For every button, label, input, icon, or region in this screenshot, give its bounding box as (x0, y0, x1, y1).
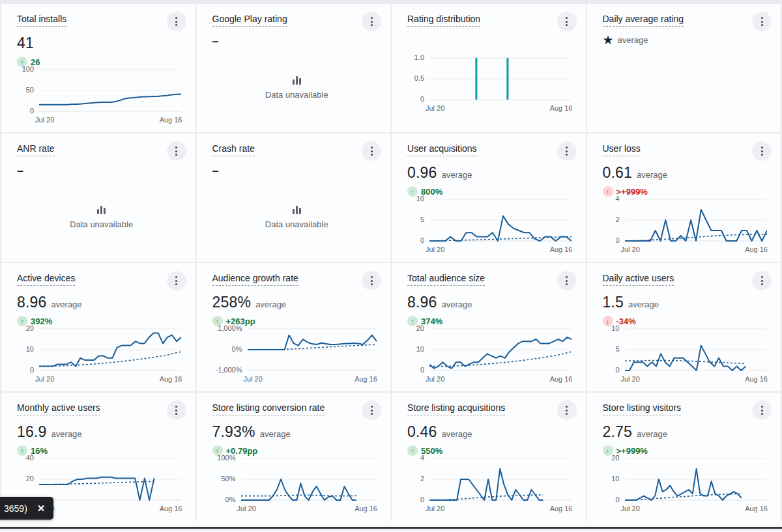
more-options-button[interactable] (362, 400, 381, 420)
card-title-google-play-rating[interactable]: Google Play rating (212, 13, 287, 27)
more-options-button[interactable] (167, 12, 186, 31)
card-user-loss: User loss 0.61average ↑ >+999% 420Jul 20… (587, 133, 781, 262)
change-badge: ↑ >+999% (603, 186, 772, 197)
store-listing-acquisitions-chart[interactable]: 420Jul 20Aug 16 (407, 456, 577, 516)
more-options-button[interactable] (362, 271, 381, 290)
card-title-total-installs[interactable]: Total installs (17, 13, 66, 27)
card-store-listing-acquisitions: Store listing acquisitions 0.46average ↑… (392, 393, 586, 521)
card-store-listing-conversion-rate: Store listing conversion rate 7.93%avera… (197, 393, 391, 521)
metric-value: 16.9average (17, 423, 186, 441)
card-store-listing-visitors: Store listing visitors 2.75average ↑ >+9… (587, 393, 781, 521)
data-unavailable-message: Data unavailable (70, 206, 133, 229)
daily-active-users-chart[interactable]: 1050Jul 20Aug 16 (603, 326, 772, 386)
average-label: average (618, 35, 648, 45)
user-loss-chart[interactable]: 420Jul 20Aug 16 (603, 197, 772, 257)
data-unavailable-label: Data unavailable (70, 219, 133, 229)
change-value: >+999% (616, 187, 648, 197)
card-user-acquisitions: User acquisitions 0.96average ↑ 800% 105… (392, 133, 586, 262)
audience-growth-rate-chart[interactable]: 1,000%0%-1,000%Jul 20Aug 16 (212, 326, 382, 386)
store-listing-conversion-rate-chart[interactable]: 100%50%0%Jul 20Aug 16 (212, 456, 382, 516)
more-options-button[interactable] (557, 12, 577, 31)
change-value: >+999% (616, 446, 648, 456)
card-title-store-listing-conversion-rate[interactable]: Store listing conversion rate (212, 402, 325, 415)
metric-value: 8.96average (407, 294, 577, 311)
bottom-strip (0, 521, 782, 532)
more-options-button[interactable] (167, 271, 186, 290)
change-badge: ↑ 374% (407, 316, 577, 326)
card-google-play-rating: Google Play rating – Data unavailable (197, 4, 391, 132)
card-title-audience-growth-rate[interactable]: Audience growth rate (212, 272, 298, 286)
more-options-button[interactable] (752, 400, 772, 420)
card-title-active-devices[interactable]: Active devices (17, 272, 75, 286)
more-options-button[interactable] (362, 141, 381, 161)
more-options-button[interactable] (167, 400, 186, 420)
card-total-audience-size: Total audience size 8.96average ↑ 374% 2… (392, 263, 586, 391)
total-audience-size-chart[interactable]: 20100Jul 20Aug 16 (407, 326, 577, 386)
snackbar-message: 3659) (4, 503, 27, 514)
close-icon[interactable]: ✕ (37, 503, 46, 513)
more-options-button[interactable] (752, 271, 772, 290)
card-crash-rate: Crash rate – Data unavailable (197, 133, 391, 262)
rating-distribution-chart[interactable]: 1.00.50Jul 20Aug 16 (407, 55, 577, 115)
card-title-store-listing-visitors[interactable]: Store listing visitors (603, 402, 682, 415)
more-options-button[interactable] (752, 141, 772, 161)
active-devices-chart[interactable]: 20100Jul 20Aug 16 (17, 326, 186, 386)
metric-value: – (212, 164, 382, 178)
more-options-button[interactable] (557, 400, 577, 420)
metric-value: 1.5average (603, 294, 772, 311)
data-unavailable-label: Data unavailable (265, 219, 328, 229)
more-options-button[interactable] (362, 12, 381, 31)
change-badge: ↑ 26 (17, 57, 186, 67)
card-title-total-audience-size[interactable]: Total audience size (407, 272, 485, 286)
change-badge: ↑ 800% (407, 186, 577, 197)
star-icon: ★ (603, 34, 614, 46)
snackbar: 3659) ✕ (0, 497, 53, 520)
card-anr-rate: ANR rate – Data unavailable (1, 133, 195, 262)
card-title-rating-distribution[interactable]: Rating distribution (407, 13, 480, 27)
card-title-daily-average-rating[interactable]: Daily average rating (603, 13, 684, 27)
change-badge: ↑ 392% (17, 316, 186, 326)
card-audience-growth-rate: Audience growth rate 258%average ↑ +263p… (197, 263, 391, 391)
metric-value: 0.96average (407, 164, 577, 182)
data-unavailable-message: Data unavailable (265, 76, 328, 100)
more-options-button[interactable] (557, 271, 577, 290)
metric-value: 2.75average (603, 423, 772, 441)
card-title-daily-active-users[interactable]: Daily active users (603, 272, 674, 286)
card-daily-average-rating: Daily average rating ★ average (587, 4, 781, 132)
bar-chart-icon (293, 206, 301, 214)
card-daily-active-users: Daily active users 1.5average ↓ -34% 105… (587, 263, 781, 391)
data-unavailable-label: Data unavailable (265, 90, 328, 100)
metric-value: 0.61average (603, 164, 772, 182)
store-listing-visitors-chart[interactable]: 20100Jul 20Aug 16 (603, 456, 772, 516)
more-options-button[interactable] (557, 141, 577, 161)
bar-chart-icon (293, 76, 301, 85)
metric-value: 0.46average (407, 423, 577, 441)
stats-dashboard-grid: Total installs 41 ↑ 26 100500Jul 20Aug 1… (0, 0, 782, 521)
change-badge: ↑ 16% (17, 445, 186, 456)
card-active-devices: Active devices 8.96average ↑ 392% 20100J… (1, 263, 195, 391)
card-title-user-loss[interactable]: User loss (603, 143, 641, 156)
card-total-installs: Total installs 41 ↑ 26 100500Jul 20Aug 1… (1, 4, 195, 132)
more-options-button[interactable] (752, 12, 772, 31)
average-rating-row: ★ average (603, 34, 772, 46)
card-title-monthly-active-users[interactable]: Monthly active users (17, 402, 100, 415)
bottom-background (0, 529, 782, 532)
change-badge: ↑ >+999% (603, 445, 772, 456)
total-installs-chart[interactable]: 100500Jul 20Aug 16 (17, 67, 186, 127)
card-title-store-listing-acquisitions[interactable]: Store listing acquisitions (407, 402, 505, 415)
data-unavailable-message: Data unavailable (265, 206, 328, 229)
metric-value: 8.96average (17, 294, 186, 311)
metric-value: – (212, 35, 382, 48)
card-title-anr-rate[interactable]: ANR rate (17, 143, 55, 156)
bar-chart-icon (97, 206, 106, 214)
more-options-button[interactable] (167, 141, 186, 161)
change-badge: ↑ +0.79pp (212, 445, 382, 456)
metric-value: 258%average (212, 294, 382, 311)
change-badge: ↓ -34% (603, 316, 772, 326)
change-badge: ↑ 550% (407, 445, 577, 456)
card-title-crash-rate[interactable]: Crash rate (212, 143, 255, 156)
user-acquisitions-chart[interactable]: 1050Jul 20Aug 16 (407, 197, 577, 257)
metric-value: – (17, 164, 186, 178)
card-rating-distribution: Rating distribution 1.00.50Jul 20Aug 16 (392, 4, 586, 132)
card-title-user-acquisitions[interactable]: User acquisitions (407, 143, 477, 156)
